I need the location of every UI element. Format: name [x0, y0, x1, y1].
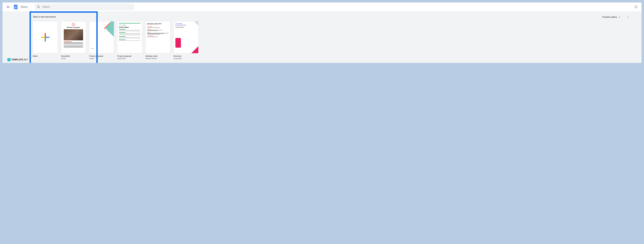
template-thumb-newsletter: ♥ We have a surprise!: [61, 21, 86, 53]
template-thumb-meeting-notes: MEETING NAME 09/04 28 OCTOBER 2XX / 1:30…: [146, 21, 170, 53]
unfold-more-icon: [618, 16, 621, 18]
svg-point-14: [628, 17, 628, 17]
template-newsletter[interactable]: ♥ We have a surprise! Newsletter Lively: [61, 21, 86, 60]
svg-rect-3: [15, 8, 16, 8]
templates-header: Start a new document Template gallery: [2, 14, 642, 20]
template-title: Project proposal: [89, 55, 114, 57]
template-subtitle: Spearmint: [117, 58, 142, 60]
template-title: Project proposal: [117, 55, 142, 57]
app-frame: Docs Start a new document Template galle…: [2, 3, 642, 63]
svg-point-6: [637, 6, 637, 6]
search-input[interactable]: [42, 6, 132, 8]
svg-rect-2: [15, 7, 17, 8]
hamburger-icon: [6, 5, 10, 9]
templates-section: Start a new document Template gallery: [2, 11, 642, 63]
template-gallery-button[interactable]: Template gallery: [600, 14, 622, 19]
heart-icon: ♥: [72, 23, 75, 26]
templates-row: Blank ♥ We have a surprise! N: [2, 21, 642, 60]
template-thumb-spearmint: Your Company Project Name: [117, 21, 142, 53]
svg-point-11: [636, 8, 636, 8]
template-title: Blank: [33, 55, 58, 57]
svg-point-9: [637, 7, 637, 7]
svg-point-4: [635, 6, 635, 6]
svg-point-10: [635, 8, 635, 8]
svg-rect-1: [15, 7, 17, 7]
template-brochure[interactable]: Your Company Product Brochure Product Ov…: [174, 21, 198, 60]
template-thumb-brochure: Your Company Product Brochure Product Ov…: [174, 21, 198, 53]
google-apps-button[interactable]: [633, 4, 639, 10]
watermark-text: TEMPLATE.NET: [11, 59, 28, 61]
svg-point-15: [628, 18, 628, 18]
gallery-controls: Template gallery: [600, 14, 630, 20]
watermark: T TEMPLATE.NET: [8, 58, 28, 61]
template-thumb-blank: [33, 21, 58, 53]
template-subtitle: Tropic: [89, 58, 114, 60]
docs-logo[interactable]: [13, 4, 18, 10]
main-menu-button[interactable]: [5, 4, 11, 10]
svg-point-12: [637, 8, 637, 8]
section-title: Start a new document: [33, 16, 56, 18]
search-bar[interactable]: [35, 4, 134, 10]
watermark-badge: T: [8, 58, 10, 61]
template-subtitle: Lively: [61, 58, 86, 60]
header-bar: Docs: [2, 3, 642, 11]
svg-point-7: [635, 7, 635, 7]
template-project-proposal-tropic[interactable]: Name Project proposal Tropic: [89, 21, 114, 60]
svg-point-13: [628, 16, 628, 16]
svg-point-8: [636, 7, 636, 7]
app-name: Docs: [21, 5, 28, 9]
plus-icon: [41, 33, 50, 42]
apps-grid-icon: [634, 5, 638, 9]
template-title: Meeting notes: [146, 55, 170, 57]
more-options-button[interactable]: [625, 14, 630, 20]
docs-logo-icon: [13, 5, 18, 10]
template-blank[interactable]: Blank: [33, 21, 58, 60]
template-thumb-tropic: Name: [89, 21, 114, 53]
template-project-proposal-spearmint[interactable]: Your Company Project Name: [117, 21, 142, 60]
gallery-label: Template gallery: [602, 16, 617, 18]
template-subtitle: Geometric: [174, 58, 198, 60]
template-meeting-notes[interactable]: MEETING NAME 09/04 28 OCTOBER 2XX / 1:30…: [146, 21, 170, 60]
svg-point-5: [636, 6, 636, 6]
template-title: Brochure: [174, 55, 198, 57]
more-vert-icon: [626, 16, 629, 18]
search-icon: [37, 5, 40, 9]
template-title: Newsletter: [61, 55, 86, 57]
template-subtitle: Modern Writer: [146, 58, 170, 60]
